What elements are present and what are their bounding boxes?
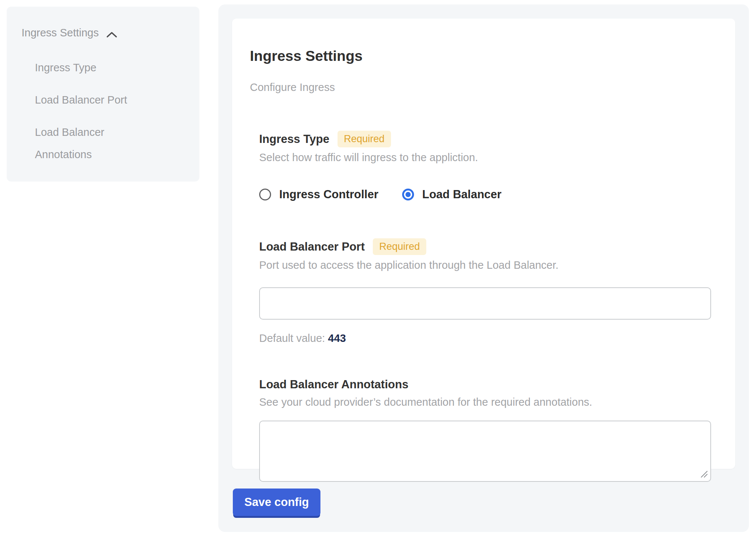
radio-ingress-controller[interactable]: Ingress Controller xyxy=(259,188,378,201)
radio-selected-icon[interactable] xyxy=(402,189,414,200)
sidebar-item-ingress-settings[interactable]: Ingress Settings xyxy=(22,26,185,39)
ingress-type-radio-group: Ingress Controller Load Balancer xyxy=(259,188,713,201)
radio-label: Load Balancer xyxy=(422,188,502,201)
chevron-up-icon xyxy=(105,29,118,38)
default-value-label: Default value: xyxy=(259,332,325,344)
config-nav-sidebar: Ingress Settings Ingress Type Load Balan… xyxy=(7,7,199,182)
page-subtitle: Configure Ingress xyxy=(250,81,713,94)
required-badge: Required xyxy=(338,131,391,147)
sidebar-item-load-balancer-port[interactable]: Load Balancer Port xyxy=(35,89,157,111)
sidebar-item-ingress-type[interactable]: Ingress Type xyxy=(35,56,157,79)
page-title: Ingress Settings xyxy=(250,48,713,65)
default-value: 443 xyxy=(328,332,346,344)
default-value-line: Default value:443 xyxy=(259,332,713,344)
section-load-balancer-port: Load Balancer Port Required Port used to… xyxy=(259,238,713,344)
sidebar-group-label: Ingress Settings xyxy=(22,26,99,39)
section-ingress-type: Ingress Type Required Select how traffic… xyxy=(259,131,713,201)
load-balancer-port-input[interactable] xyxy=(259,287,711,320)
section-heading: Ingress Type xyxy=(259,132,329,147)
radio-load-balancer[interactable]: Load Balancer xyxy=(402,188,502,201)
sidebar-item-load-balancer-annotations[interactable]: Load Balancer Annotations xyxy=(35,121,157,166)
required-badge: Required xyxy=(373,238,426,255)
section-heading: Load Balancer Annotations xyxy=(259,377,408,392)
config-main-panel: Ingress Settings Configure Ingress Ingre… xyxy=(218,4,749,532)
load-balancer-annotations-textarea[interactable] xyxy=(259,421,711,482)
ingress-settings-card: Ingress Settings Configure Ingress Ingre… xyxy=(232,19,735,469)
radio-unselected-icon[interactable] xyxy=(259,189,271,200)
section-help-text: See your cloud provider’s documentation … xyxy=(259,395,713,409)
save-config-button[interactable]: Save config xyxy=(233,489,320,516)
section-load-balancer-annotations: Load Balancer Annotations See your cloud… xyxy=(259,377,713,482)
section-heading: Load Balancer Port xyxy=(259,239,365,254)
radio-label: Ingress Controller xyxy=(279,188,378,201)
section-help-text: Port used to access the application thro… xyxy=(259,258,713,272)
section-help-text: Select how traffic will ingress to the a… xyxy=(259,151,713,164)
